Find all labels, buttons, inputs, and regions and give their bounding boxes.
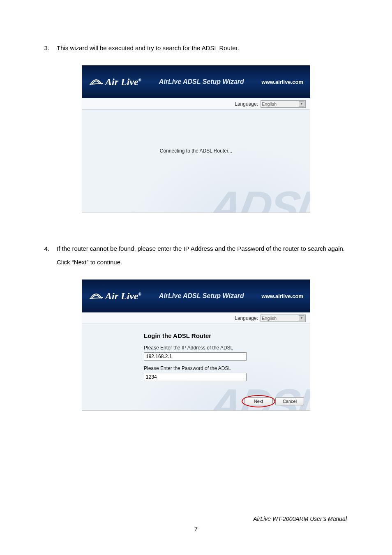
adsl-watermark: ADSL bbox=[204, 181, 310, 213]
chevron-down-icon: ▼ bbox=[299, 101, 304, 107]
cancel-button[interactable]: Cancel bbox=[275, 397, 304, 405]
language-label-2: Language: bbox=[235, 315, 258, 321]
manual-title: AirLive WT-2000ARM User’s Manual bbox=[253, 516, 347, 522]
step-4-number: 4. bbox=[41, 242, 49, 269]
next-button[interactable]: Next bbox=[244, 397, 273, 405]
step-3: 3. This wizard will be executed and try … bbox=[41, 41, 351, 55]
wizard-panel-connecting: Air Live® AirLive ADSL Setup Wizard www.… bbox=[82, 65, 310, 213]
logo-text-2: Air Live® bbox=[105, 291, 141, 302]
wizard-header-2: Air Live® AirLive ADSL Setup Wizard www.… bbox=[82, 280, 310, 312]
chevron-down-icon: ▼ bbox=[299, 315, 304, 321]
password-input[interactable] bbox=[144, 373, 247, 381]
airlive-logo: Air Live® bbox=[89, 76, 141, 88]
language-bar: Language: English ▼ bbox=[82, 98, 310, 110]
wifi-arc-icon bbox=[89, 292, 104, 300]
language-value-2: English bbox=[262, 316, 277, 321]
step-3-number: 3. bbox=[41, 41, 49, 55]
step-4: 4. If the router cannot be found, please… bbox=[41, 242, 351, 269]
wizard-header: Air Live® AirLive ADSL Setup Wizard www.… bbox=[82, 65, 310, 98]
language-value: English bbox=[262, 102, 277, 106]
password-label: Please Enter the Password of the ADSL bbox=[144, 365, 297, 371]
language-bar-2: Language: English ▼ bbox=[82, 312, 310, 324]
language-label: Language: bbox=[235, 101, 258, 107]
connecting-status: Connecting to the ADSL Router... bbox=[160, 148, 232, 154]
wizard-url: www.airlive.com bbox=[262, 79, 303, 85]
page-number: 7 bbox=[0, 525, 392, 532]
wizard-url-2: www.airlive.com bbox=[262, 293, 303, 299]
login-heading: Login the ADSL Router bbox=[144, 332, 297, 339]
wizard-title-2: AirLive ADSL Setup Wizard bbox=[141, 292, 261, 300]
step-4-text: If the router cannot be found, please en… bbox=[57, 242, 351, 269]
language-select[interactable]: English ▼ bbox=[261, 100, 306, 108]
step-3-text: This wizard will be executed and try to … bbox=[57, 41, 351, 55]
airlive-logo-2: Air Live® bbox=[89, 291, 141, 302]
ip-input[interactable] bbox=[144, 352, 247, 361]
wizard-panel-login: Air Live® AirLive ADSL Setup Wizard www.… bbox=[82, 279, 310, 411]
language-select-2[interactable]: English ▼ bbox=[261, 314, 306, 322]
wizard-title: AirLive ADSL Setup Wizard bbox=[141, 78, 261, 86]
wifi-arc-icon bbox=[89, 78, 104, 86]
ip-label: Please Enter the IP Address of the ADSL bbox=[144, 345, 297, 351]
logo-text: Air Live® bbox=[105, 76, 141, 88]
